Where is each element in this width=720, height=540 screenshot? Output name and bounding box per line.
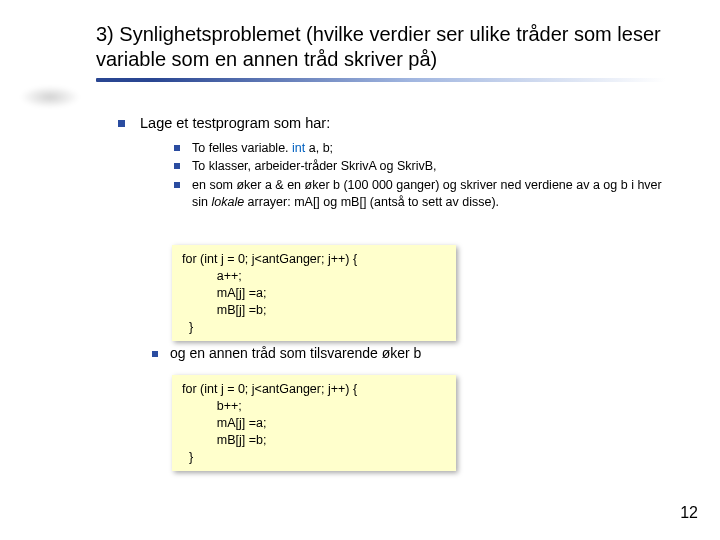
slide: 3) Synlighetsproblemet (hvilke verdier s… <box>0 0 720 540</box>
after-code-bullet: og en annen tråd som tilsvarende øker b <box>152 345 421 361</box>
page-number: 12 <box>680 504 698 522</box>
bullet-main: Lage et testprogram som har: To felles v… <box>118 114 678 211</box>
body-content: Lage et testprogram som har: To felles v… <box>118 114 678 221</box>
bullet-main-text: Lage et testprogram som har: <box>140 115 330 131</box>
sub-bullets: To felles variable. int a, b; To klasser… <box>174 140 678 212</box>
title-block: 3) Synlighetsproblemet (hvilke verdier s… <box>96 22 666 82</box>
sub-bullet-2: To klasser, arbeider-tråder SkrivA og Sk… <box>174 158 678 175</box>
sub3-ital: lokale <box>211 195 244 209</box>
decorative-shadow <box>20 86 80 108</box>
after-code-text: og en annen tråd som tilsvarende øker b <box>170 345 421 361</box>
sub-bullet-1: To felles variable. int a, b; <box>174 140 678 157</box>
sub3-post: arrayer: mA[] og mB[] (antså to sett av … <box>244 195 499 209</box>
keyword-int: int <box>292 141 305 155</box>
after-code-bullet-row: og en annen tråd som tilsvarende øker b <box>152 345 421 363</box>
sub-bullet-3: en som øker a & en øker b (100 000 gange… <box>174 177 678 211</box>
sub1-post: a, b; <box>305 141 333 155</box>
slide-title: 3) Synlighetsproblemet (hvilke verdier s… <box>96 22 666 72</box>
sub2-text: To klasser, arbeider-tråder SkrivA og Sk… <box>192 159 437 173</box>
code-block-1: for (int j = 0; j<antGanger; j++) { a++;… <box>172 245 456 341</box>
title-underline <box>96 78 666 82</box>
sub1-pre: To felles variable. <box>192 141 292 155</box>
code-block-2: for (int j = 0; j<antGanger; j++) { b++;… <box>172 375 456 471</box>
